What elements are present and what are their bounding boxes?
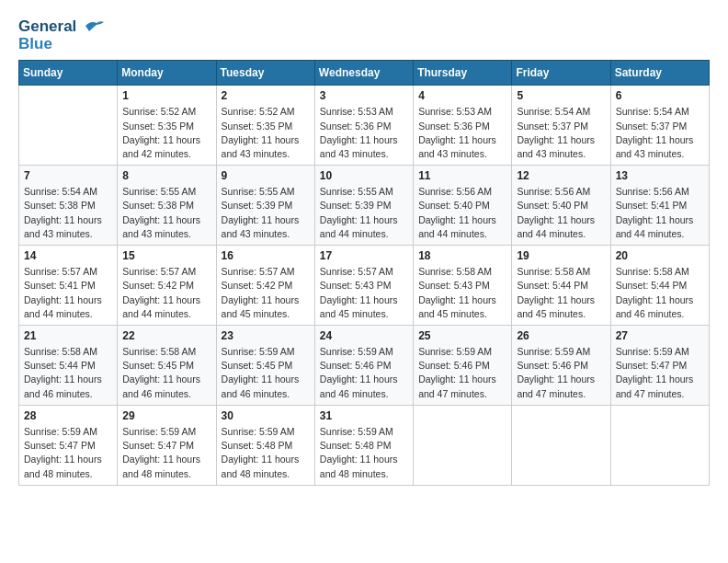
calendar-cell: 30Sunrise: 5:59 AM Sunset: 5:48 PM Dayli… <box>216 405 314 485</box>
calendar-week-row: 28Sunrise: 5:59 AM Sunset: 5:47 PM Dayli… <box>19 405 710 485</box>
title-section <box>104 18 710 20</box>
day-info: Sunrise: 5:57 AM Sunset: 5:41 PM Dayligh… <box>24 265 112 321</box>
page-header: General Blue <box>18 18 710 52</box>
day-number: 17 <box>320 249 408 262</box>
day-number: 11 <box>418 169 506 182</box>
calendar-week-row: 1Sunrise: 5:52 AM Sunset: 5:35 PM Daylig… <box>19 86 710 166</box>
day-number: 5 <box>517 89 605 102</box>
calendar-cell: 25Sunrise: 5:59 AM Sunset: 5:46 PM Dayli… <box>414 326 512 406</box>
day-info: Sunrise: 5:58 AM Sunset: 5:44 PM Dayligh… <box>24 345 112 401</box>
day-info: Sunrise: 5:58 AM Sunset: 5:44 PM Dayligh… <box>517 265 605 321</box>
calendar-week-row: 7Sunrise: 5:54 AM Sunset: 5:38 PM Daylig… <box>19 166 710 246</box>
calendar-table: Sunday Monday Tuesday Wednesday Thursday… <box>18 60 710 485</box>
header-friday: Friday <box>512 61 610 86</box>
day-number: 29 <box>122 409 210 422</box>
calendar-cell: 10Sunrise: 5:55 AM Sunset: 5:39 PM Dayli… <box>314 166 413 246</box>
day-number: 28 <box>24 409 112 422</box>
day-number: 19 <box>517 249 605 262</box>
day-info: Sunrise: 5:55 AM Sunset: 5:38 PM Dayligh… <box>122 185 210 241</box>
day-info: Sunrise: 5:59 AM Sunset: 5:48 PM Dayligh… <box>222 425 310 481</box>
day-info: Sunrise: 5:59 AM Sunset: 5:46 PM Dayligh… <box>418 345 506 401</box>
day-number: 15 <box>122 249 210 262</box>
day-info: Sunrise: 5:54 AM Sunset: 5:38 PM Dayligh… <box>24 185 112 241</box>
calendar-cell: 9Sunrise: 5:55 AM Sunset: 5:39 PM Daylig… <box>216 166 314 246</box>
calendar-header-row: Sunday Monday Tuesday Wednesday Thursday… <box>19 61 710 86</box>
day-info: Sunrise: 5:57 AM Sunset: 5:43 PM Dayligh… <box>320 265 408 321</box>
calendar-cell: 17Sunrise: 5:57 AM Sunset: 5:43 PM Dayli… <box>314 246 413 326</box>
day-info: Sunrise: 5:55 AM Sunset: 5:39 PM Dayligh… <box>222 185 310 241</box>
calendar-cell: 14Sunrise: 5:57 AM Sunset: 5:41 PM Dayli… <box>19 246 118 326</box>
day-info: Sunrise: 5:59 AM Sunset: 5:48 PM Dayligh… <box>320 425 408 481</box>
calendar-cell: 28Sunrise: 5:59 AM Sunset: 5:47 PM Dayli… <box>19 405 118 485</box>
day-info: Sunrise: 5:59 AM Sunset: 5:47 PM Dayligh… <box>24 425 112 481</box>
calendar-cell: 27Sunrise: 5:59 AM Sunset: 5:47 PM Dayli… <box>610 326 709 406</box>
day-number: 22 <box>122 329 210 342</box>
day-number: 2 <box>222 89 310 102</box>
header-monday: Monday <box>118 61 216 86</box>
day-number: 27 <box>616 329 704 342</box>
day-info: Sunrise: 5:54 AM Sunset: 5:37 PM Dayligh… <box>616 105 704 161</box>
day-info: Sunrise: 5:56 AM Sunset: 5:41 PM Dayligh… <box>616 185 704 241</box>
calendar-cell: 1Sunrise: 5:52 AM Sunset: 5:35 PM Daylig… <box>118 86 216 166</box>
day-number: 8 <box>122 169 210 182</box>
header-tuesday: Tuesday <box>216 61 314 86</box>
day-info: Sunrise: 5:55 AM Sunset: 5:39 PM Dayligh… <box>320 185 408 241</box>
calendar-cell <box>414 405 512 485</box>
day-number: 31 <box>320 409 408 422</box>
day-number: 3 <box>320 89 408 102</box>
day-info: Sunrise: 5:53 AM Sunset: 5:36 PM Dayligh… <box>320 105 408 161</box>
calendar-cell: 16Sunrise: 5:57 AM Sunset: 5:42 PM Dayli… <box>216 246 314 326</box>
day-number: 10 <box>320 169 408 182</box>
day-number: 14 <box>24 249 112 262</box>
calendar-cell: 3Sunrise: 5:53 AM Sunset: 5:36 PM Daylig… <box>314 86 413 166</box>
header-wednesday: Wednesday <box>314 61 413 86</box>
calendar-cell: 20Sunrise: 5:58 AM Sunset: 5:44 PM Dayli… <box>610 246 709 326</box>
day-number: 30 <box>222 409 310 422</box>
day-info: Sunrise: 5:58 AM Sunset: 5:44 PM Dayligh… <box>616 265 704 321</box>
day-number: 6 <box>616 89 704 102</box>
calendar-week-row: 14Sunrise: 5:57 AM Sunset: 5:41 PM Dayli… <box>19 246 710 326</box>
day-number: 18 <box>418 249 506 262</box>
day-info: Sunrise: 5:56 AM Sunset: 5:40 PM Dayligh… <box>517 185 605 241</box>
day-number: 25 <box>418 329 506 342</box>
header-thursday: Thursday <box>414 61 512 86</box>
calendar-cell: 7Sunrise: 5:54 AM Sunset: 5:38 PM Daylig… <box>19 166 118 246</box>
calendar-cell: 6Sunrise: 5:54 AM Sunset: 5:37 PM Daylig… <box>610 86 709 166</box>
logo-text: General Blue <box>18 18 104 52</box>
day-info: Sunrise: 5:54 AM Sunset: 5:37 PM Dayligh… <box>517 105 605 161</box>
day-info: Sunrise: 5:59 AM Sunset: 5:46 PM Dayligh… <box>320 345 408 401</box>
calendar-cell: 5Sunrise: 5:54 AM Sunset: 5:37 PM Daylig… <box>512 86 610 166</box>
calendar-cell <box>19 86 118 166</box>
calendar-cell: 15Sunrise: 5:57 AM Sunset: 5:42 PM Dayli… <box>118 246 216 326</box>
day-info: Sunrise: 5:57 AM Sunset: 5:42 PM Dayligh… <box>122 265 210 321</box>
calendar-cell: 4Sunrise: 5:53 AM Sunset: 5:36 PM Daylig… <box>414 86 512 166</box>
day-info: Sunrise: 5:59 AM Sunset: 5:46 PM Dayligh… <box>517 345 605 401</box>
day-info: Sunrise: 5:57 AM Sunset: 5:42 PM Dayligh… <box>222 265 310 321</box>
calendar-cell: 23Sunrise: 5:59 AM Sunset: 5:45 PM Dayli… <box>216 326 314 406</box>
day-info: Sunrise: 5:58 AM Sunset: 5:45 PM Dayligh… <box>122 345 210 401</box>
day-info: Sunrise: 5:59 AM Sunset: 5:45 PM Dayligh… <box>222 345 310 401</box>
day-number: 1 <box>122 89 210 102</box>
calendar-cell: 22Sunrise: 5:58 AM Sunset: 5:45 PM Dayli… <box>118 326 216 406</box>
calendar-cell: 24Sunrise: 5:59 AM Sunset: 5:46 PM Dayli… <box>314 326 413 406</box>
calendar-cell: 31Sunrise: 5:59 AM Sunset: 5:48 PM Dayli… <box>314 405 413 485</box>
logo: General Blue <box>18 18 104 52</box>
calendar-week-row: 21Sunrise: 5:58 AM Sunset: 5:44 PM Dayli… <box>19 326 710 406</box>
calendar-cell: 11Sunrise: 5:56 AM Sunset: 5:40 PM Dayli… <box>414 166 512 246</box>
calendar-cell: 29Sunrise: 5:59 AM Sunset: 5:47 PM Dayli… <box>118 405 216 485</box>
day-number: 26 <box>517 329 605 342</box>
day-info: Sunrise: 5:52 AM Sunset: 5:35 PM Dayligh… <box>122 105 210 161</box>
calendar-cell: 18Sunrise: 5:58 AM Sunset: 5:43 PM Dayli… <box>414 246 512 326</box>
day-number: 13 <box>616 169 704 182</box>
day-number: 4 <box>418 89 506 102</box>
day-number: 9 <box>222 169 310 182</box>
day-number: 24 <box>320 329 408 342</box>
day-number: 7 <box>24 169 112 182</box>
calendar-cell: 26Sunrise: 5:59 AM Sunset: 5:46 PM Dayli… <box>512 326 610 406</box>
calendar-cell: 8Sunrise: 5:55 AM Sunset: 5:38 PM Daylig… <box>118 166 216 246</box>
day-info: Sunrise: 5:52 AM Sunset: 5:35 PM Dayligh… <box>222 105 310 161</box>
day-number: 12 <box>517 169 605 182</box>
header-saturday: Saturday <box>610 61 709 86</box>
calendar-cell: 13Sunrise: 5:56 AM Sunset: 5:41 PM Dayli… <box>610 166 709 246</box>
calendar-cell <box>512 405 610 485</box>
